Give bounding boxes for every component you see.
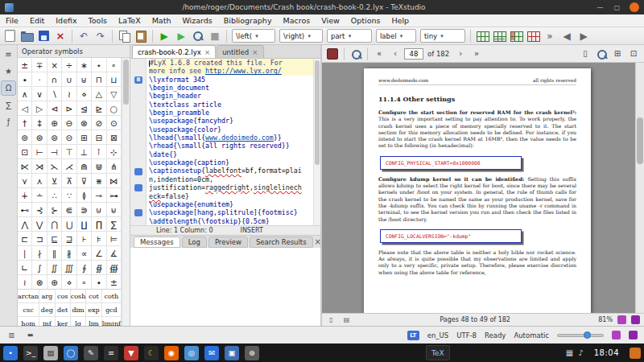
code-line[interactable]: #LyX 1.6.8 created this file. For (149, 59, 320, 67)
symbol-cell[interactable]: ⊙ (107, 116, 122, 130)
symbol-cell[interactable]: ⊻ (47, 174, 62, 188)
messages-tab-preview[interactable]: Preview (208, 237, 248, 248)
function-cell[interactable]: cosh (71, 290, 87, 303)
symbol-cell[interactable]: ⊐ (32, 232, 47, 246)
symbol-cell[interactable]: ⊍ (92, 203, 106, 217)
sectioning-combo[interactable]: part (327, 29, 372, 43)
function-cell[interactable]: inf (39, 317, 55, 326)
new-file-icon[interactable] (2, 28, 18, 43)
symbol-cell[interactable]: ∘ (107, 58, 122, 72)
languagetool-icon[interactable]: LT (407, 331, 419, 340)
symbol-cell[interactable]: ∖ (47, 87, 62, 101)
symbol-cell[interactable]: ⊖ (62, 116, 76, 130)
symbol-cell[interactable]: ∗ (77, 58, 92, 72)
symbol-cell[interactable]: ∑ (107, 217, 122, 232)
menu-item-macros[interactable]: Macros (278, 14, 316, 27)
menu-item-bibliography[interactable]: Bibliography (218, 14, 278, 27)
tab-close-icon[interactable] (204, 48, 211, 56)
code-line[interactable]: \usepackage{caption} (149, 158, 320, 167)
symbol-cell[interactable]: ⊲ (47, 101, 62, 116)
compile-icon[interactable]: ▶ (173, 28, 189, 43)
settings-icon[interactable]: ⊛ (245, 346, 259, 360)
pdf-view[interactable]: www.dedoimedo.com all rights reserved 11… (322, 63, 644, 313)
symbol-cell[interactable]: ⊟ (92, 130, 106, 145)
code-line[interactable]: n,indention=0cm, (149, 175, 320, 183)
math-panel-icon[interactable]: ∑ (2, 98, 15, 112)
thunderbird-icon[interactable]: ✉ (204, 346, 219, 360)
downloader-icon[interactable]: ▼ (124, 346, 138, 360)
code-line[interactable]: justification=raggedright,singlelinech (149, 183, 320, 191)
page-layout-continuous-icon[interactable]: ▤ (341, 315, 352, 325)
symbol-cell[interactable]: ⊔ (107, 72, 122, 87)
symbols-panel-icon[interactable]: Ω (2, 81, 15, 95)
menu-item-file[interactable]: File (0, 14, 24, 27)
symbol-cell[interactable]: ∸ (32, 188, 47, 203)
symbol-cell[interactable]: ⊒ (62, 232, 76, 246)
symbol-cell[interactable]: † (18, 116, 32, 130)
menu-item-tools[interactable]: Tools (83, 14, 113, 27)
symbol-cell[interactable]: ▷ (32, 101, 47, 116)
messages-tab-search-results[interactable]: Search Results (250, 237, 313, 248)
function-cell[interactable]: lim (86, 317, 101, 326)
symbol-cell[interactable]: ⋑ (77, 203, 92, 217)
font-size-combo[interactable]: tiny (420, 29, 465, 43)
symbol-cell[interactable]: ∡ (107, 246, 122, 261)
dev-tool-icon[interactable]: ≡ (104, 346, 118, 360)
minimize-button[interactable]: — (594, 2, 606, 13)
symbol-cell[interactable]: ⋌ (62, 159, 76, 174)
macros-panel-icon[interactable]: ƒ (2, 115, 15, 129)
symbol-cell[interactable]: ∘ (77, 275, 92, 289)
code-line[interactable]: \usepackage[hang,splitrule]{footmisc} (149, 208, 320, 216)
zoom-tool-icon[interactable] (594, 47, 609, 61)
symbol-cell[interactable]: ⊳ (62, 101, 76, 116)
add-table-row-icon[interactable] (491, 28, 507, 43)
symbol-cell[interactable]: ⊚ (18, 130, 32, 145)
open-file-icon[interactable] (19, 28, 35, 43)
symbol-cell[interactable]: ⊛ (32, 130, 47, 145)
office-app-icon[interactable]: ▣ (225, 346, 239, 360)
code-line[interactable]: \lhead{\small{www.dedoimedo.com}} (149, 134, 320, 142)
network-icon[interactable]: ▦ (566, 348, 573, 357)
page-number-input[interactable]: 48 (404, 48, 423, 60)
function-cell[interactable]: hom (18, 317, 39, 326)
symbol-cell[interactable]: ∥ (47, 246, 62, 261)
menu-item-wizards[interactable]: Wizards (176, 14, 217, 27)
symbol-cell[interactable]: ⊡ (18, 145, 32, 159)
editor-tab[interactable]: crash-book-0.2.lyx (132, 45, 216, 58)
symbol-cell[interactable]: ∙ (92, 275, 106, 289)
toggle-sidebar-icon[interactable]: ▥ (6, 330, 17, 340)
symbol-cell[interactable]: ⊕ (47, 275, 62, 289)
symbol-cell[interactable]: ⋏ (32, 174, 47, 188)
chromium-icon[interactable]: ◎ (184, 346, 199, 360)
symbol-cell[interactable]: ∓ (32, 58, 47, 72)
block-selection-icon[interactable] (327, 48, 338, 60)
gutter-mark-icon[interactable]: B (134, 76, 142, 84)
slider-knob[interactable] (584, 331, 591, 339)
symbol-cell[interactable]: ∰ (107, 261, 122, 275)
file-manager-icon[interactable]: ▤ (43, 346, 58, 360)
symbol-cell[interactable]: ÷ (62, 58, 76, 72)
symbol-cell[interactable]: ⋄ (77, 87, 92, 101)
code-line[interactable]: \rhead{\small{all rights reserved}} (149, 142, 320, 150)
view-pdf-icon[interactable] (190, 28, 206, 43)
symbol-cell[interactable]: ∨ (32, 87, 47, 101)
pdf-tool-icon-2[interactable] (631, 315, 640, 324)
gutter-mark-icon[interactable] (134, 209, 142, 216)
encoding-label[interactable]: UTF-8 (456, 331, 477, 339)
line-ending-label[interactable]: Automatic (514, 331, 549, 339)
symbol-cell[interactable]: ⋇ (92, 174, 106, 188)
symbol-cell[interactable]: ⊥ (77, 145, 92, 159)
reference-combo[interactable]: label (376, 29, 416, 43)
menu-item-latex[interactable]: LaTeX (113, 14, 147, 27)
symbol-cell[interactable]: × (47, 58, 62, 72)
single-page-view-icon[interactable]: ▯ (578, 47, 592, 61)
undo-icon[interactable]: ↶ (76, 28, 92, 43)
symbol-cell[interactable]: ⊝ (62, 130, 76, 145)
symbol-cell[interactable]: ⊗ (32, 275, 47, 289)
symbol-cell[interactable]: ⊱ (47, 203, 62, 217)
taskbar-clock[interactable]: 18:04 (594, 348, 619, 357)
symbol-cell[interactable]: ‡ (32, 116, 47, 130)
messages-tab-log[interactable]: Log (182, 237, 207, 248)
function-cell[interactable]: dim (71, 303, 87, 317)
symbol-cell[interactable]: ∯ (92, 261, 106, 275)
